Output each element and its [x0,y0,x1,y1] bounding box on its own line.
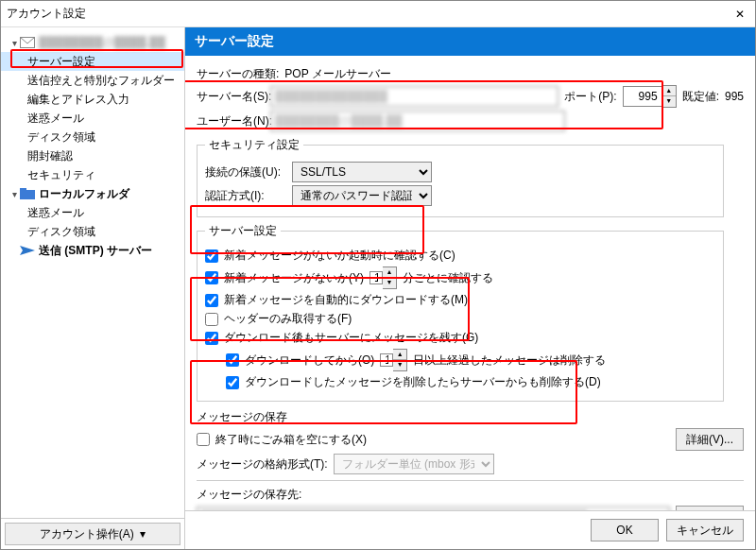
server-type-label: サーバーの種類: [197,66,279,82]
sidebar-item-copies-folders[interactable]: 送信控えと特別なフォルダー [1,71,184,90]
server-settings-legend: サーバー設定 [205,223,281,239]
message-storage-heading: メッセージの保存 [197,409,744,425]
dialog-footer: OK キャンセル [185,510,755,549]
svg-rect-1 [20,190,35,199]
check-interval-checkbox[interactable] [205,271,218,284]
delete-after-spinner[interactable]: ▲▼ [380,349,407,371]
send-icon [20,243,35,258]
auto-download-checkbox[interactable] [205,294,218,307]
connection-security-select[interactable]: SSL/TLS [292,162,432,182]
ok-button[interactable]: OK [591,519,659,541]
smtp-label: 送信 (SMTP) サーバー [39,243,180,259]
sidebar-item-local-disk[interactable]: ディスク領域 [1,222,184,241]
auth-method-select[interactable]: 通常のパスワード認証 [292,185,432,206]
check-on-startup-checkbox[interactable] [205,249,218,263]
port-input[interactable] [623,86,662,107]
tree-smtp[interactable]: 送信 (SMTP) サーバー [1,241,184,260]
chevron-down-icon[interactable]: ▾ [9,38,20,48]
empty-trash-checkbox[interactable] [197,433,210,446]
storage-location-label: メッセージの保存先: [197,487,744,503]
account-settings-window: アカウント設定 ✕ ▾ ████████@████.██ サーバー設定 送信控え… [0,0,756,550]
spin-up-icon[interactable]: ▲ [393,350,406,360]
delete-after-input[interactable] [380,353,393,367]
svg-marker-3 [20,246,35,255]
window-title: アカウント設定 [7,6,730,22]
spin-down-icon[interactable]: ▼ [383,278,396,288]
sidebar-item-junk[interactable]: 迷惑メール [1,109,184,128]
check-interval-spinner[interactable]: ▲▼ [369,266,397,289]
storage-format-select: フォルダー単位 (mbox 形式) [334,454,494,474]
user-name-input[interactable] [270,111,565,131]
default-port-value: 995 [725,90,744,103]
sidebar-item-return-receipts[interactable]: 開封確認 [1,146,184,165]
folder-icon [20,186,35,201]
storage-location-input[interactable] [197,507,670,510]
sidebar-item-security[interactable]: セキュリティ [1,165,184,184]
spin-down-icon[interactable]: ▼ [662,96,676,107]
sidebar-item-composition[interactable]: 編集とアドレス入力 [1,90,184,109]
delete-on-server-when-deleted-checkbox[interactable] [226,376,239,389]
sidebar-item-local-junk[interactable]: 迷惑メール [1,203,184,222]
browse-button[interactable]: 参照(B)... [676,506,744,510]
headers-only-checkbox[interactable] [205,313,218,326]
svg-rect-2 [20,188,26,191]
delete-after-days-checkbox[interactable] [226,353,239,367]
mail-icon [20,35,35,50]
tree-local-folders[interactable]: ▾ ローカルフォルダ [1,184,184,203]
account-tree-sidebar: ▾ ████████@████.██ サーバー設定 送信控えと特別なフォルダー … [1,27,185,549]
sidebar-item-server-settings[interactable]: サーバー設定 [1,52,184,71]
spin-up-icon[interactable]: ▲ [383,267,396,278]
panel-content: サーバーの種類: POP メールサーバー サーバー名(S): ポート(P): ▲… [185,56,755,510]
titlebar: アカウント設定 ✕ [1,1,755,27]
connection-security-label: 接続の保護(U): [205,164,286,180]
panel-header: サーバー設定 [185,27,755,56]
server-name-label: サーバー名(S): [197,89,265,105]
server-type-value: POP メールサーバー [284,66,390,82]
default-port-label: 既定値: [682,89,719,105]
auth-method-label: 認証方式(I): [205,188,286,204]
port-label: ポート(P): [564,89,616,105]
advanced-button[interactable]: 詳細(V)... [676,428,744,451]
leave-on-server-checkbox[interactable] [205,332,218,345]
server-settings-group: サーバー設定 新着メッセージがないか起動時に確認する(C) 新着メッセージがない… [197,223,724,402]
storage-format-label: メッセージの格納形式(T): [197,456,328,473]
divider [197,480,744,481]
sidebar-item-disk-space[interactable]: ディスク領域 [1,128,184,146]
spin-down-icon[interactable]: ▼ [393,360,406,370]
user-name-label: ユーザー名(N): [197,113,265,129]
account-name: ████████@████.██ [39,36,180,49]
cancel-button[interactable]: キャンセル [666,519,744,541]
chevron-down-icon[interactable]: ▾ [9,189,20,199]
account-tree: ▾ ████████@████.██ サーバー設定 送信控えと特別なフォルダー … [1,31,184,518]
security-legend: セキュリティ設定 [205,137,303,153]
spin-up-icon[interactable]: ▲ [662,86,676,96]
port-spinner[interactable]: ▲▼ [623,85,677,108]
check-interval-input[interactable] [369,271,383,284]
close-icon[interactable]: ✕ [730,8,749,21]
tree-account-root[interactable]: ▾ ████████@████.██ [1,33,184,52]
security-settings-group: セキュリティ設定 接続の保護(U): SSL/TLS 認証方式(I): 通常のパ… [197,137,724,217]
local-folders-label: ローカルフォルダ [39,186,180,202]
server-name-input[interactable] [270,86,558,107]
main-panel: サーバー設定 サーバーの種類: POP メールサーバー サーバー名(S): ポー… [185,27,755,549]
account-actions-button[interactable]: アカウント操作(A) ▾ [5,523,180,545]
